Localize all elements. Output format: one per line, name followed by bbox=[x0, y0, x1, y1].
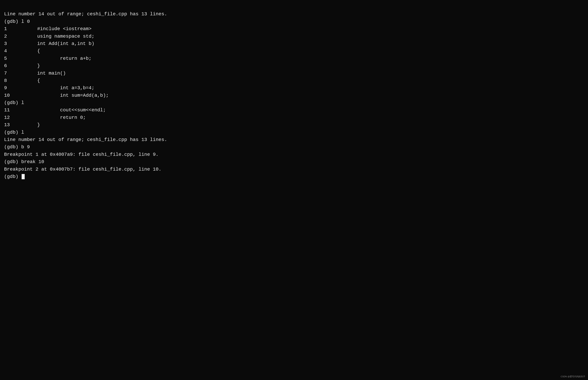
line-number: 2 bbox=[4, 33, 14, 40]
line-code: } bbox=[14, 62, 40, 70]
line-number: 9 bbox=[4, 84, 14, 92]
line-number: 3 bbox=[4, 40, 14, 47]
line-code: cout<<sum<<endl; bbox=[14, 106, 106, 114]
line-code: return a+b; bbox=[14, 55, 92, 62]
line-number: 1 bbox=[4, 25, 14, 33]
terminal-line: (gdb) break 10 bbox=[4, 158, 584, 166]
terminal-line: (gdb) l bbox=[4, 129, 584, 136]
terminal-line: 4 { bbox=[4, 47, 584, 55]
terminal-line: 9 int a=3,b=4; bbox=[4, 84, 584, 92]
line-code: int Add(int a,int b) bbox=[14, 40, 94, 47]
terminal-line: 3 int Add(int a,int b) bbox=[4, 40, 584, 47]
line-code: return 0; bbox=[14, 114, 86, 121]
terminal-line: 6 } bbox=[4, 62, 584, 70]
terminal-line: 1 #include <iostream> bbox=[4, 25, 584, 33]
terminal-line: (gdb) bbox=[4, 173, 584, 180]
terminal-line: Breakpoint 1 at 0x4007a9: file ceshi_fil… bbox=[4, 151, 584, 158]
terminal-line: Breakpoint 2 at 0x4007b7: file ceshi_fil… bbox=[4, 166, 584, 173]
line-number: 12 bbox=[4, 114, 14, 121]
line-code: int a=3,b=4; bbox=[14, 84, 94, 92]
line-code: int main() bbox=[14, 70, 66, 77]
terminal-line: 2 using namespace std; bbox=[4, 33, 584, 40]
terminal-line: 5 return a+b; bbox=[4, 55, 584, 62]
terminal-output: Line number 14 out of range; ceshi_file.… bbox=[4, 3, 584, 180]
line-code: { bbox=[14, 47, 40, 55]
terminal-line: 13 } bbox=[4, 121, 584, 129]
terminal-line: 10 int sum=Add(a,b); bbox=[4, 92, 584, 99]
line-code: } bbox=[14, 121, 40, 129]
line-number: 10 bbox=[4, 92, 14, 99]
line-number: 13 bbox=[4, 121, 14, 129]
terminal-line: 8 { bbox=[4, 77, 584, 84]
terminal-line: 12 return 0; bbox=[4, 114, 584, 121]
line-code: using namespace std; bbox=[14, 33, 94, 40]
line-number: 6 bbox=[4, 62, 14, 70]
terminal-line: 11 cout<<sum<<endl; bbox=[4, 106, 584, 114]
line-code: { bbox=[14, 77, 40, 84]
line-number: 4 bbox=[4, 47, 14, 55]
line-number: 8 bbox=[4, 77, 14, 84]
line-number: 11 bbox=[4, 106, 14, 114]
line-code: int sum=Add(a,b); bbox=[14, 92, 109, 99]
line-number: 7 bbox=[4, 70, 14, 77]
terminal-line: 7 int main() bbox=[4, 70, 584, 77]
terminal-line: Line number 14 out of range; ceshi_file.… bbox=[4, 136, 584, 143]
line-number: 5 bbox=[4, 55, 14, 62]
terminal-line: (gdb) l 0 bbox=[4, 18, 584, 25]
terminal-cursor bbox=[22, 174, 25, 179]
terminal-line: (gdb) l bbox=[4, 99, 584, 106]
terminal-line: Line number 14 out of range; ceshi_file.… bbox=[4, 10, 584, 18]
terminal-line: (gdb) b 9 bbox=[4, 143, 584, 151]
watermark: CSDN @爱写代码的刘子 bbox=[561, 375, 585, 378]
line-code: #include <iostream> bbox=[14, 25, 92, 33]
